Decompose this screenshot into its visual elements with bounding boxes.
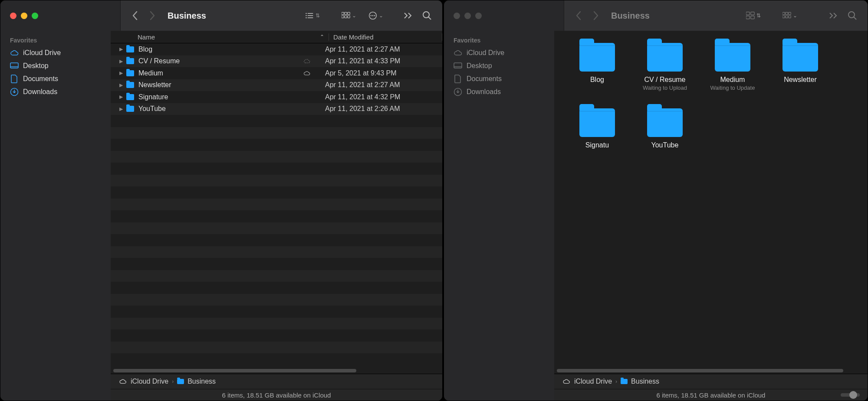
nav-forward[interactable] [589,9,602,22]
empty-row [111,318,442,330]
sidebar-label: Documents [23,75,58,83]
svg-rect-7 [345,12,347,14]
sidebar-item-documents[interactable]: Documents [444,72,554,85]
view-icons-button[interactable]: ⇅ [746,8,761,23]
horizontal-scrollbar[interactable] [554,368,868,374]
svg-rect-33 [454,63,462,68]
sidebar-item-icloud[interactable]: iCloud Drive [0,46,111,59]
svg-rect-1 [308,13,313,14]
sidebar-item-downloads[interactable]: Downloads [444,85,554,98]
sidebar-item-icloud[interactable]: iCloud Drive [444,46,554,59]
nav-back[interactable] [572,9,585,22]
disclosure-triangle-icon[interactable]: ▶ [111,46,126,52]
double-chevron-right-icon [829,12,838,19]
path-current[interactable]: Business [187,378,216,385]
path-current[interactable]: Business [631,378,659,385]
search-button[interactable] [845,8,860,23]
svg-rect-24 [751,16,754,19]
svg-rect-3 [308,15,313,16]
table-row[interactable]: ▶YouTubeApr 11, 2021 at 2:26 AM [111,103,442,115]
icon-label: Signatu [572,141,623,149]
horizontal-scrollbar[interactable] [111,368,442,374]
sidebar-item-downloads[interactable]: Downloads [0,85,111,98]
sidebar-item-documents[interactable]: Documents [0,72,111,85]
empty-row [111,342,442,354]
item-date: Apr 11, 2021 at 2:27 AM [321,81,434,89]
window-close[interactable] [454,13,460,19]
cloud-icon [118,377,127,386]
search-button[interactable] [420,8,434,23]
column-name[interactable]: Name⌃ [111,33,329,41]
disclosure-triangle-icon[interactable]: ▶ [111,59,126,64]
icon-grid-icon [746,11,755,20]
chevron-down-icon: ⌄ [379,13,383,19]
window-maximize[interactable] [475,13,482,19]
overflow-button[interactable] [401,8,415,23]
svg-rect-21 [746,12,750,15]
icon-label: YouTube [639,141,690,149]
icon-label: CV / Resume [639,76,690,84]
svg-line-32 [854,17,856,20]
nav-forward[interactable] [146,9,159,22]
disclosure-triangle-icon[interactable]: ▶ [111,82,126,88]
column-header-row: Name⌃ Date Modified Size [111,31,442,43]
path-root[interactable]: iCloud Drive [131,378,168,385]
icon-item[interactable]: Signatu [572,108,623,149]
disclosure-triangle-icon[interactable]: ▶ [111,106,126,112]
icon-item[interactable]: MediumWaiting to Update [707,43,758,91]
disclosure-triangle-icon[interactable]: ▶ [111,94,126,100]
sidebar-heading: Favorites [0,35,111,46]
svg-point-2 [306,15,307,16]
status-text: 6 items, 18.51 GB available on iCloud [222,391,331,399]
folder-icon [579,43,615,72]
table-row[interactable]: ▶MediumApr 5, 2021 at 9:43 PM [111,67,442,79]
path-bar: iCloud Drive › Business [111,374,442,389]
folder-icon [126,46,134,52]
disclosure-triangle-icon[interactable]: ▶ [111,70,126,76]
window-title: Business [611,11,650,21]
window-minimize[interactable] [21,13,27,19]
overflow-button[interactable] [826,8,841,23]
item-name: Blog [138,46,303,53]
table-row[interactable]: ▶CV / ResumeApr 11, 2021 at 4:33 PM [111,55,442,68]
sidebar-label: Desktop [23,62,49,70]
icon-size-slider[interactable] [841,393,860,397]
window-minimize[interactable] [464,13,471,19]
svg-rect-5 [308,17,313,18]
empty-row [111,258,442,270]
folder-icon [715,43,750,72]
item-name: Signature [138,93,303,101]
scrollbar-thumb[interactable] [557,369,843,372]
item-date: Apr 11, 2021 at 4:32 PM [321,93,434,101]
chevron-down-icon: ⌄ [352,13,356,19]
sidebar-item-desktop[interactable]: Desktop [0,59,111,72]
chevron-left-icon [575,11,582,20]
icon-item[interactable]: YouTube [639,108,690,149]
slider-knob[interactable] [849,391,857,399]
scrollbar-thumb[interactable] [113,369,356,372]
empty-row [111,127,442,139]
icon-item[interactable]: Newsletter [775,43,826,91]
table-row[interactable]: ▶BlogApr 11, 2021 at 2:27 AM [111,43,442,55]
folder-icon [177,379,184,384]
view-list-button[interactable]: ⇅ [305,8,320,23]
table-row[interactable]: ▶SignatureApr 11, 2021 at 4:32 PM [111,91,442,103]
window-maximize[interactable] [32,13,38,19]
sidebar-label: Documents [467,75,502,83]
icon-label: Medium [707,76,758,84]
svg-rect-25 [783,12,785,14]
group-button[interactable]: ⌄ [342,8,356,23]
item-name: YouTube [138,105,303,113]
nav-back[interactable] [128,9,141,22]
icon-item[interactable]: CV / ResumeWaiting to Upload [639,43,690,91]
icon-item[interactable]: Blog [572,43,623,91]
table-row[interactable]: ▶NewsletterApr 11, 2021 at 2:27 AM [111,79,442,91]
group-button[interactable]: ⌄ [783,8,797,23]
action-button[interactable]: ⌄ [368,8,383,23]
path-root[interactable]: iCloud Drive [574,378,612,385]
column-date[interactable]: Date Modified [329,33,442,41]
window-close[interactable] [10,13,16,19]
chevron-down-icon: ⌄ [793,13,797,19]
sidebar-item-desktop[interactable]: Desktop [444,59,554,72]
column-size[interactable]: Size [442,33,443,41]
